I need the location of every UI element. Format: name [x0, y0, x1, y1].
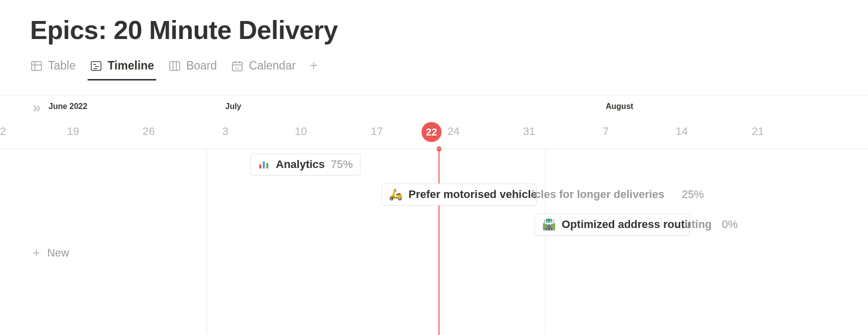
- view-tabs: Table Timeline Board 31 Calendar +: [30, 59, 868, 80]
- day-label: 10: [295, 125, 307, 138]
- tab-calendar-label: Calendar: [249, 59, 295, 72]
- day-label: 2: [0, 125, 6, 138]
- day-label: 7: [603, 125, 609, 138]
- day-label: 31: [523, 125, 535, 138]
- svg-rect-16: [263, 162, 265, 168]
- month-divider: [545, 148, 546, 335]
- tab-timeline[interactable]: Timeline: [90, 59, 154, 72]
- month-divider: [207, 148, 207, 335]
- scooter-icon: 🛵: [389, 189, 402, 200]
- epic-card-analytics[interactable]: Analytics 75%: [250, 154, 360, 176]
- day-label: 26: [143, 125, 155, 138]
- day-label: 19: [67, 125, 79, 138]
- table-icon: [30, 60, 43, 72]
- card-title: Optimized address routing: [562, 218, 690, 231]
- day-label: 21: [752, 125, 764, 138]
- timeline-icon: [90, 60, 103, 72]
- add-view-button[interactable]: +: [310, 58, 318, 72]
- month-august: August: [606, 102, 633, 111]
- tab-calendar[interactable]: 31 Calendar: [231, 59, 295, 72]
- new-row-label: New: [47, 246, 69, 260]
- day-label: 17: [371, 125, 383, 138]
- month-july: July: [225, 102, 241, 111]
- motorway-icon: 🛣️: [542, 219, 556, 230]
- divider: [0, 148, 868, 149]
- card-title-overflow: icles for longer deliveries: [532, 188, 664, 201]
- day-label: 3: [222, 125, 228, 138]
- month-june: June 2022: [49, 102, 87, 111]
- today-marker[interactable]: 22: [421, 122, 442, 142]
- bar-chart-icon: [258, 158, 270, 170]
- page-title: Epics: 20 Minute Delivery: [30, 15, 868, 45]
- svg-rect-0: [32, 62, 42, 70]
- day-label: 14: [676, 125, 688, 138]
- card-title: Analytics: [276, 158, 325, 171]
- new-row-button[interactable]: + New: [33, 245, 69, 260]
- tab-table[interactable]: Table: [30, 59, 76, 72]
- svg-rect-7: [170, 62, 180, 70]
- tab-table-label: Table: [48, 59, 76, 72]
- card-title: Prefer motorised vehicles for longer del…: [408, 188, 537, 201]
- plus-icon: +: [33, 245, 40, 260]
- tab-board[interactable]: Board: [168, 59, 217, 72]
- tab-timeline-label: Timeline: [108, 59, 154, 72]
- svg-text:31: 31: [235, 66, 239, 70]
- tab-board-label: Board: [186, 59, 217, 72]
- today-line: [439, 149, 440, 335]
- epic-card-motorised[interactable]: 🛵 Prefer motorised vehicles for longer d…: [381, 184, 537, 206]
- calendar-icon: 31: [231, 60, 244, 72]
- expand-sidebar-button[interactable]: [31, 103, 42, 116]
- svg-rect-15: [259, 164, 261, 168]
- epic-card-routing[interactable]: 🛣️ Optimized address routing: [535, 214, 690, 236]
- svg-rect-17: [266, 163, 268, 168]
- card-percent: 75%: [331, 158, 353, 171]
- divider: [0, 95, 868, 96]
- board-icon: [168, 60, 181, 72]
- chevron-double-right-icon: [31, 103, 42, 114]
- card-percent: 25%: [682, 188, 704, 201]
- day-label: 24: [448, 125, 460, 138]
- card-percent: 0%: [722, 218, 738, 231]
- card-title-overflow: uting: [685, 218, 712, 231]
